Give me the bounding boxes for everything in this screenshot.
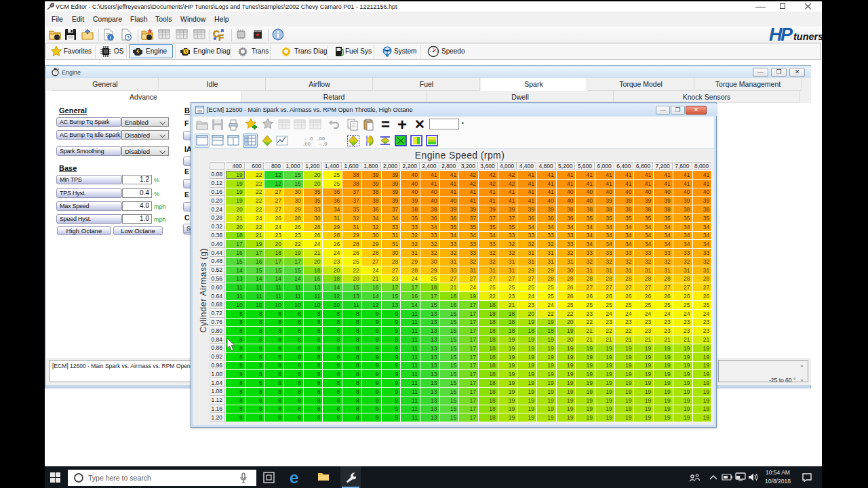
- svg-text:i: i: [110, 35, 111, 40]
- svg-text:→.0: →.0: [317, 141, 328, 147]
- svg-text:.00: .00: [303, 141, 311, 147]
- svg-text:F: F: [218, 33, 224, 41]
